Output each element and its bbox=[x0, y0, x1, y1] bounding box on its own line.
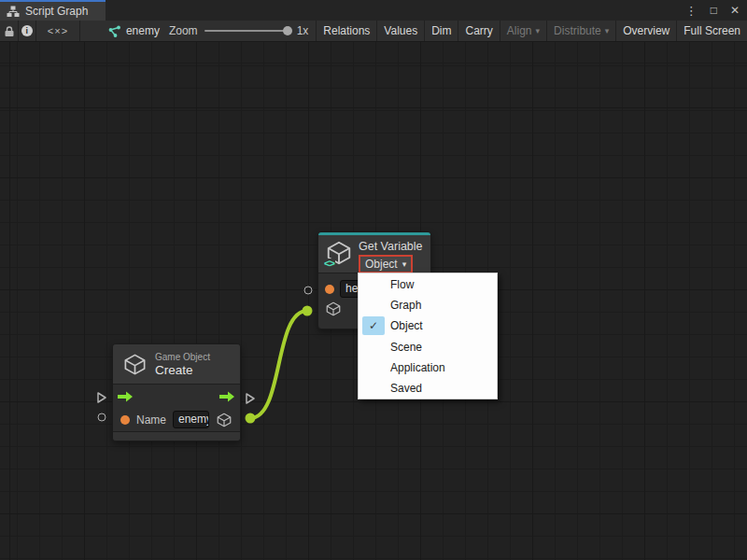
values-label: Values bbox=[384, 24, 417, 37]
full-screen-label: Full Screen bbox=[684, 24, 740, 37]
gameobject-output-icon[interactable] bbox=[216, 412, 233, 428]
port-triangle-icon bbox=[97, 392, 107, 404]
menu-item-flow[interactable]: Flow bbox=[359, 274, 497, 295]
port-circle-icon bbox=[98, 413, 106, 422]
maximize-icon[interactable]: □ bbox=[711, 5, 717, 16]
create-node-header: Game Object Create bbox=[113, 344, 240, 385]
toolbar-gap bbox=[80, 21, 97, 41]
gameobject-cube-icon bbox=[122, 352, 148, 377]
inspect-button[interactable]: i bbox=[19, 21, 36, 41]
overview-label: Overview bbox=[623, 24, 669, 37]
chevron-down-icon: ▾ bbox=[536, 26, 541, 35]
create-node-name-row: Name enemy bbox=[113, 408, 240, 431]
create-node-flow-row bbox=[113, 385, 240, 408]
full-screen-button[interactable]: Full Screen bbox=[676, 21, 747, 41]
variable-kind-dropdown[interactable]: Object ▾ bbox=[359, 255, 413, 273]
get-variable-header-text: Get Variable Object ▾ bbox=[359, 239, 423, 273]
create-node-footer bbox=[113, 431, 240, 441]
name-input-field[interactable]: enemy bbox=[173, 411, 209, 428]
lock-button[interactable] bbox=[0, 21, 19, 41]
menu-item-label: Flow bbox=[390, 278, 414, 291]
menu-item-scene[interactable]: Scene bbox=[359, 337, 497, 357]
breadcrumb[interactable]: enemy bbox=[97, 21, 169, 41]
connection-wire[interactable] bbox=[250, 311, 307, 418]
create-node-subtitle: Game Object bbox=[155, 352, 210, 362]
graph-icon bbox=[106, 25, 120, 37]
menu-item-application[interactable]: Application bbox=[359, 357, 497, 378]
hierarchy-icon bbox=[7, 6, 20, 18]
connection-endpoint-target[interactable] bbox=[303, 306, 313, 316]
graph-canvas[interactable]: <> Get Variable Object ▾ he bbox=[0, 42, 747, 560]
variable-angle-glyph: <> bbox=[323, 259, 335, 268]
name-port-label: Name bbox=[136, 413, 166, 427]
port-triangle-icon bbox=[246, 393, 256, 405]
title-bar: Script Graph ⋮ □ ✕ bbox=[0, 0, 747, 21]
dim-button[interactable]: Dim bbox=[424, 21, 458, 41]
menu-item-label: Scene bbox=[390, 341, 422, 354]
string-input-dot[interactable] bbox=[120, 415, 130, 425]
code-view-button[interactable]: <×> bbox=[36, 21, 81, 41]
align-button[interactable]: Align ▾ bbox=[500, 21, 546, 41]
menu-item-label: Graph bbox=[390, 299, 421, 312]
graph-toolbar: i <×> enemy Zoom 1x Relation bbox=[0, 21, 747, 42]
unconnected-input-circle[interactable] bbox=[98, 413, 106, 422]
zoom-control: Zoom 1x bbox=[169, 21, 316, 41]
chevron-down-icon: ▾ bbox=[402, 259, 407, 269]
distribute-button[interactable]: Distribute ▾ bbox=[546, 21, 615, 41]
menu-item-label: Saved bbox=[390, 382, 422, 395]
unconnected-flow-output-triangle[interactable] bbox=[246, 393, 256, 405]
carry-button[interactable]: Carry bbox=[458, 21, 499, 41]
relations-button[interactable]: Relations bbox=[316, 21, 376, 41]
menu-item-label: Object bbox=[390, 319, 423, 332]
zoom-value: 1x bbox=[297, 24, 309, 37]
variable-kind-value: Object bbox=[365, 258, 398, 271]
zoom-slider[interactable] bbox=[204, 30, 290, 32]
variable-cube-icon: <> bbox=[325, 239, 353, 267]
info-icon: i bbox=[21, 25, 33, 36]
menu-item-saved[interactable]: Saved bbox=[359, 378, 497, 399]
flow-output-arrow-icon[interactable] bbox=[219, 391, 235, 402]
menu-item-graph[interactable]: Graph bbox=[359, 295, 497, 315]
variable-kind-menu: Flow Graph ✓ Object Scene Application Sa… bbox=[358, 273, 498, 399]
window-controls: ⋮ □ ✕ bbox=[685, 0, 740, 21]
menu-item-object[interactable]: ✓ Object bbox=[359, 315, 497, 336]
relations-label: Relations bbox=[323, 24, 370, 37]
chevron-down-icon: ▾ bbox=[605, 26, 610, 35]
flow-input-arrow-icon[interactable] bbox=[118, 391, 134, 402]
string-input-dot[interactable] bbox=[325, 285, 334, 294]
values-button[interactable]: Values bbox=[376, 21, 424, 41]
unconnected-input-circle[interactable] bbox=[304, 287, 313, 295]
dim-label: Dim bbox=[431, 24, 451, 37]
check-icon: ✓ bbox=[362, 316, 385, 335]
close-icon[interactable]: ✕ bbox=[730, 5, 740, 16]
gameobject-port-icon[interactable] bbox=[325, 301, 342, 317]
align-label: Align bbox=[507, 24, 532, 37]
overview-button[interactable]: Overview bbox=[615, 21, 676, 41]
create-game-object-node[interactable]: Game Object Create Name enemy bbox=[112, 343, 241, 441]
connection-endpoint-source[interactable] bbox=[246, 413, 256, 424]
script-graph-window: Script Graph ⋮ □ ✕ i <×> bbox=[0, 0, 747, 560]
zoom-slider-knob[interactable] bbox=[283, 26, 292, 35]
create-node-title: Create bbox=[155, 363, 210, 377]
tab-script-graph[interactable]: Script Graph bbox=[0, 0, 106, 21]
breadcrumb-label: enemy bbox=[126, 24, 160, 37]
get-variable-header: <> Get Variable Object ▾ bbox=[318, 235, 430, 273]
get-variable-title: Get Variable bbox=[359, 240, 423, 253]
window-menu-icon[interactable]: ⋮ bbox=[685, 5, 698, 17]
code-icon: <×> bbox=[48, 25, 68, 36]
menu-item-label: Application bbox=[390, 361, 445, 374]
lock-icon bbox=[4, 25, 15, 37]
create-node-header-text: Game Object Create bbox=[155, 352, 210, 377]
carry-label: Carry bbox=[465, 24, 492, 37]
distribute-label: Distribute bbox=[554, 24, 601, 37]
port-circle-icon bbox=[304, 287, 313, 295]
zoom-label: Zoom bbox=[169, 24, 198, 37]
tab-label: Script Graph bbox=[25, 5, 88, 18]
unconnected-flow-input-triangle[interactable] bbox=[97, 392, 107, 404]
